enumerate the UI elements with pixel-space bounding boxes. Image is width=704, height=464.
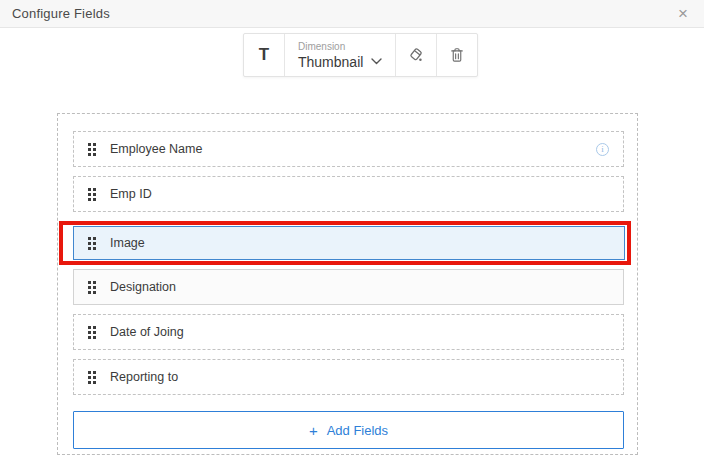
- highlight-annotation-box: Image: [59, 221, 631, 265]
- dimension-dropdown[interactable]: Dimension Thumbnail: [285, 34, 395, 76]
- dialog-header: Configure Fields ×: [0, 0, 704, 28]
- field-label: Date of Joing: [110, 325, 184, 339]
- text-tool-button[interactable]: T: [244, 34, 284, 76]
- field-row-employee-name[interactable]: Employee Name i: [73, 131, 624, 167]
- drag-handle-icon[interactable]: [88, 237, 97, 250]
- add-fields-label: Add Fields: [327, 423, 388, 438]
- info-icon[interactable]: i: [596, 143, 609, 156]
- field-label: Designation: [110, 280, 176, 294]
- configure-fields-dialog: { "dialog": { "title": "Configure Fields…: [0, 0, 704, 464]
- dimension-label: Dimension: [298, 41, 382, 52]
- drag-handle-icon[interactable]: [88, 371, 97, 384]
- field-row-date-of-joing[interactable]: Date of Joing: [73, 314, 624, 350]
- delete-field-button[interactable]: [437, 34, 477, 76]
- field-row-reporting-to[interactable]: Reporting to: [73, 359, 624, 395]
- add-fields-button[interactable]: + Add Fields: [73, 411, 624, 449]
- field-label: Emp ID: [110, 187, 152, 201]
- drag-handle-icon[interactable]: [88, 326, 97, 339]
- style-fill-button[interactable]: [396, 34, 436, 76]
- field-toolbar: T Dimension Thumbnail: [243, 33, 478, 77]
- trash-icon: [448, 46, 466, 64]
- fields-container: Employee Name i Emp ID Image Designation…: [57, 113, 638, 455]
- plus-icon: +: [309, 422, 318, 439]
- drag-handle-icon[interactable]: [88, 143, 97, 156]
- drag-handle-icon[interactable]: [88, 281, 97, 294]
- dialog-title: Configure Fields: [12, 6, 110, 21]
- close-icon[interactable]: ×: [674, 5, 692, 22]
- chevron-down-icon: [371, 58, 382, 65]
- field-row-image[interactable]: Image: [73, 226, 625, 260]
- dimension-value: Thumbnail: [298, 54, 363, 70]
- field-row-designation[interactable]: Designation: [73, 269, 624, 305]
- field-label: Image: [110, 236, 145, 250]
- drag-handle-icon[interactable]: [88, 188, 97, 201]
- field-label: Employee Name: [110, 142, 202, 156]
- field-label: Reporting to: [110, 370, 178, 384]
- field-row-emp-id[interactable]: Emp ID: [73, 176, 624, 212]
- paint-bucket-icon: [406, 45, 426, 65]
